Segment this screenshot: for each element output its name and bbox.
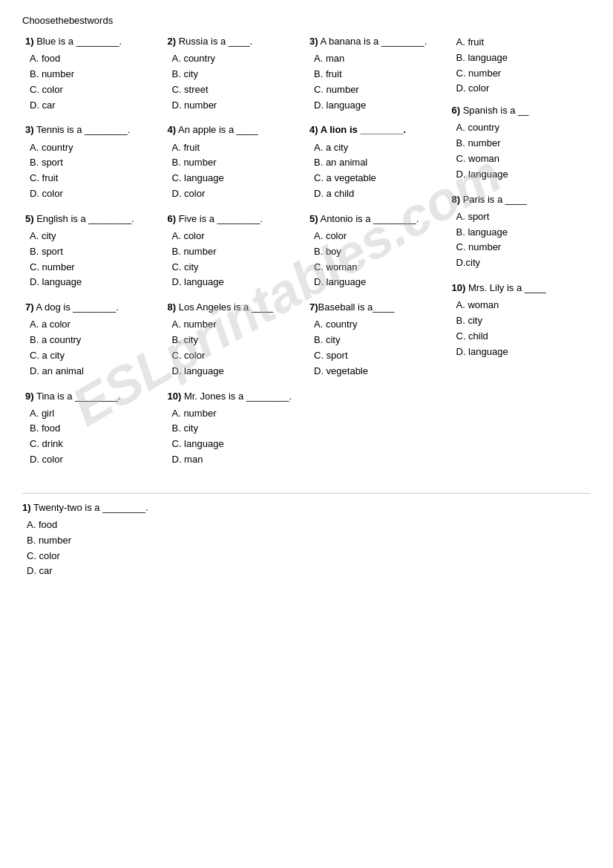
- q9-col1: 9) Tina is a ________. A. girl B. food C…: [25, 390, 162, 468]
- q2-col2: 2) Russia is a ____. A. country B. city …: [168, 35, 304, 113]
- column-2: 2) Russia is a ____. A. country B. city …: [165, 35, 307, 478]
- q5-col3: 5) Antonio is a ________. A. color B. bo…: [309, 212, 446, 290]
- q3-col3: 3) A banana is a ________. A. man B. fru…: [309, 35, 446, 113]
- q5-col1: 5) English is a ________. A. city B. spo…: [25, 212, 162, 290]
- q8-col2: 8) Los Angeles is a ____ A. number B. ci…: [168, 301, 304, 379]
- column-4: A. fruit B. language C. number D. color …: [449, 35, 591, 478]
- page-header: Choosethebestwords: [22, 15, 591, 26]
- q7-col3: 7)Baseball is a____ A. country B. city C…: [309, 301, 446, 379]
- q6-col4: 6) Spanish is a __ A. country B. number …: [452, 104, 589, 182]
- q10-col4: 10) Mrs. Lily is a ____ A. woman B. city…: [452, 281, 589, 359]
- bottom-section: 1) Twenty-two is a ________. A. food B. …: [22, 493, 591, 579]
- q4-col3: 4) A lion is ________. A. a city B. an a…: [309, 123, 446, 201]
- q1-bottom: 1) Twenty-two is a ________. A. food B. …: [22, 501, 591, 579]
- q10-col2: 10) Mr. Jones is a ________. A. number B…: [168, 390, 304, 468]
- col4-top-options: A. fruit B. language C. number D. color: [456, 35, 589, 97]
- q8-col4: 8) Paris is a ____ A. sport B. language …: [452, 193, 589, 271]
- q4-col2: 4) An apple is a ____ A. fruit B. number…: [168, 123, 304, 201]
- q7-col1: 7) A dog is ________. A. a color B. a co…: [25, 301, 162, 379]
- column-1: 1) Blue is a ________. A. food B. number…: [22, 35, 165, 478]
- q1-col1: 1) Blue is a ________. A. food B. number…: [25, 35, 162, 113]
- q3-col1: 3) Tennis is a ________. A. country B. s…: [25, 123, 162, 201]
- column-3: 3) A banana is a ________. A. man B. fru…: [306, 35, 449, 478]
- q6-col2: 6) Five is a ________. A. color B. numbe…: [168, 212, 304, 290]
- main-columns: 1) Blue is a ________. A. food B. number…: [22, 35, 591, 478]
